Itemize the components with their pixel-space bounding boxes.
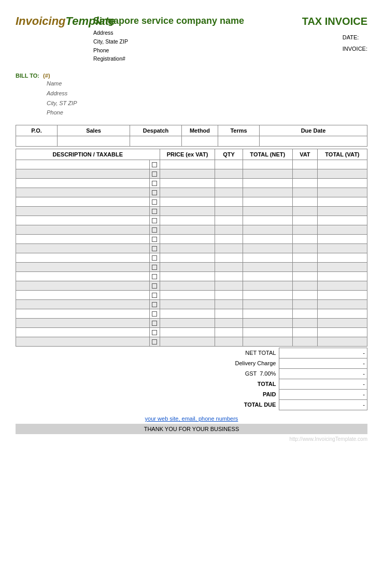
item-price[interactable] [160, 309, 215, 318]
item-taxable-checkbox[interactable] [150, 271, 160, 281]
checkbox-icon[interactable] [152, 321, 157, 326]
po-cell-po[interactable] [16, 136, 58, 146]
item-description[interactable] [16, 262, 150, 271]
item-taxable-checkbox[interactable] [150, 234, 160, 243]
item-qty[interactable] [215, 197, 243, 206]
checkbox-icon[interactable] [152, 293, 157, 298]
checkbox-icon[interactable] [152, 255, 157, 261]
item-qty[interactable] [215, 271, 243, 281]
item-taxable-checkbox[interactable] [150, 318, 160, 327]
item-price[interactable] [160, 234, 215, 243]
item-vat[interactable] [292, 309, 317, 318]
item-price[interactable] [160, 216, 215, 225]
item-qty[interactable] [215, 169, 243, 178]
item-qty[interactable] [215, 160, 243, 169]
checkbox-icon[interactable] [152, 227, 157, 233]
item-description[interactable] [16, 290, 150, 299]
item-description[interactable] [16, 216, 150, 225]
checkbox-icon[interactable] [152, 162, 157, 167]
item-price[interactable] [160, 225, 215, 234]
item-vat[interactable] [292, 290, 317, 299]
item-description[interactable] [16, 318, 150, 327]
item-price[interactable] [160, 169, 215, 178]
item-vat[interactable] [292, 337, 317, 346]
item-price[interactable] [160, 253, 215, 262]
item-taxable-checkbox[interactable] [150, 206, 160, 216]
item-taxable-checkbox[interactable] [150, 299, 160, 309]
item-description[interactable] [16, 337, 150, 346]
item-taxable-checkbox[interactable] [150, 169, 160, 178]
item-vat[interactable] [292, 178, 317, 188]
item-qty[interactable] [215, 337, 243, 346]
item-vat[interactable] [292, 243, 317, 253]
item-vat[interactable] [292, 216, 317, 225]
item-description[interactable] [16, 327, 150, 337]
item-qty[interactable] [215, 243, 243, 253]
item-description[interactable] [16, 234, 150, 243]
item-description[interactable] [16, 169, 150, 178]
item-taxable-checkbox[interactable] [150, 178, 160, 188]
item-price[interactable] [160, 160, 215, 169]
po-cell-sales[interactable] [58, 136, 130, 146]
item-qty[interactable] [215, 290, 243, 299]
item-taxable-checkbox[interactable] [150, 243, 160, 253]
item-taxable-checkbox[interactable] [150, 225, 160, 234]
item-price[interactable] [160, 262, 215, 271]
item-taxable-checkbox[interactable] [150, 337, 160, 346]
item-description[interactable] [16, 188, 150, 197]
po-cell-terms[interactable] [218, 136, 260, 146]
item-taxable-checkbox[interactable] [150, 309, 160, 318]
item-vat[interactable] [292, 206, 317, 216]
checkbox-icon[interactable] [152, 339, 157, 345]
checkbox-icon[interactable] [152, 190, 157, 195]
item-qty[interactable] [215, 253, 243, 262]
item-qty[interactable] [215, 281, 243, 290]
item-description[interactable] [16, 253, 150, 262]
item-qty[interactable] [215, 206, 243, 216]
item-vat[interactable] [292, 281, 317, 290]
item-vat[interactable] [292, 225, 317, 234]
item-vat[interactable] [292, 271, 317, 281]
checkbox-icon[interactable] [152, 283, 157, 289]
po-cell-despatch[interactable] [130, 136, 182, 146]
item-qty[interactable] [215, 216, 243, 225]
item-description[interactable] [16, 243, 150, 253]
item-vat[interactable] [292, 169, 317, 178]
item-description[interactable] [16, 281, 150, 290]
checkbox-icon[interactable] [152, 302, 157, 307]
item-vat[interactable] [292, 299, 317, 309]
item-price[interactable] [160, 206, 215, 216]
item-description[interactable] [16, 271, 150, 281]
item-vat[interactable] [292, 197, 317, 206]
checkbox-icon[interactable] [152, 246, 157, 251]
item-taxable-checkbox[interactable] [150, 160, 160, 169]
item-description[interactable] [16, 309, 150, 318]
item-price[interactable] [160, 178, 215, 188]
item-taxable-checkbox[interactable] [150, 216, 160, 225]
item-vat[interactable] [292, 160, 317, 169]
item-qty[interactable] [215, 234, 243, 243]
checkbox-icon[interactable] [152, 237, 157, 242]
item-qty[interactable] [215, 225, 243, 234]
item-vat[interactable] [292, 327, 317, 337]
item-taxable-checkbox[interactable] [150, 290, 160, 299]
item-price[interactable] [160, 271, 215, 281]
item-price[interactable] [160, 243, 215, 253]
item-description[interactable] [16, 299, 150, 309]
item-qty[interactable] [215, 188, 243, 197]
checkbox-icon[interactable] [152, 274, 157, 279]
checkbox-icon[interactable] [152, 181, 157, 186]
item-qty[interactable] [215, 178, 243, 188]
item-description[interactable] [16, 178, 150, 188]
checkbox-icon[interactable] [152, 199, 157, 205]
item-description[interactable] [16, 206, 150, 216]
po-cell-method[interactable] [182, 136, 218, 146]
checkbox-icon[interactable] [152, 330, 157, 335]
item-price[interactable] [160, 327, 215, 337]
item-qty[interactable] [215, 262, 243, 271]
item-vat[interactable] [292, 262, 317, 271]
checkbox-icon[interactable] [152, 209, 157, 214]
item-vat[interactable] [292, 318, 317, 327]
footer-link[interactable]: your web site, email, phone numbers [145, 415, 238, 422]
item-taxable-checkbox[interactable] [150, 197, 160, 206]
